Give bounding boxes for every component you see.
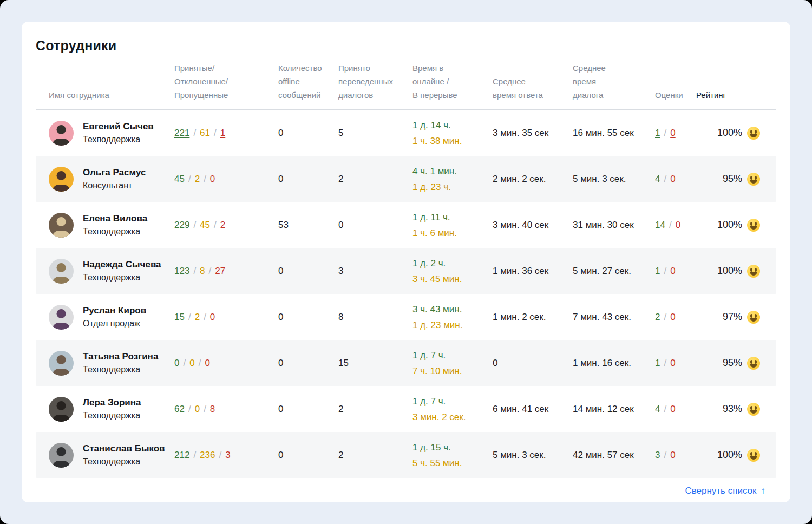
rating-percent: 100% [717, 127, 742, 139]
avatar-head-shape [57, 355, 66, 364]
avg-response-value: 6 мин. 41 сек [493, 404, 573, 415]
avg-response-value: 0 [493, 358, 573, 369]
avg-response-value: 1 мин. 36 сек [493, 266, 573, 277]
slash-separator: / [183, 358, 186, 369]
offline-messages-value: 0 [275, 358, 338, 369]
avatar-head-shape [57, 401, 66, 410]
accepted-count-link[interactable]: 123 [174, 266, 189, 277]
positive-ratings-link[interactable]: 2 [655, 312, 660, 323]
slash-separator: / [204, 404, 206, 415]
smiley-mouth [750, 134, 757, 137]
avg-dialog-value: 31 мин. 30 сек [573, 220, 647, 231]
time-break-value: 1 д. 23 мин. [412, 317, 493, 333]
table-body: Евгений Сычев Техподдержка 221 / 61 / 1 … [36, 110, 776, 478]
negative-ratings-link[interactable]: 0 [670, 128, 675, 139]
offline-messages-value: 0 [275, 174, 338, 185]
positive-ratings-link[interactable]: 14 [655, 220, 665, 231]
smiley-mouth [750, 318, 757, 322]
negative-ratings-link[interactable]: 0 [670, 174, 675, 185]
accepted-count-link[interactable]: 62 [174, 404, 185, 415]
smiley-mouth [750, 180, 757, 184]
positive-ratings-link[interactable]: 1 [655, 128, 660, 139]
avatar-body-shape [53, 185, 70, 192]
slash-separator: / [193, 220, 196, 231]
employee-role: Консультант [83, 179, 146, 192]
slash-separator: / [188, 312, 191, 323]
negative-ratings-link[interactable]: 0 [670, 404, 675, 415]
transferred-dialogs-value: 0 [338, 220, 412, 231]
offline-messages-value: 53 [275, 220, 338, 231]
slash-separator: / [664, 174, 666, 185]
counts-cell: 221 / 61 / 1 [174, 128, 275, 139]
employees-card: Сотрудники Имя сотрудника Принятые/ Откл… [22, 22, 790, 502]
positive-ratings-link[interactable]: 4 [655, 404, 660, 415]
accepted-count-link[interactable]: 221 [174, 128, 189, 139]
positive-ratings-link[interactable]: 1 [655, 266, 660, 277]
positive-ratings-link[interactable]: 4 [655, 174, 660, 185]
ratings-cell: 4 / 0 [647, 174, 696, 185]
avatar-body-shape [53, 461, 70, 468]
missed-count-link[interactable]: 1 [220, 128, 225, 139]
header-rating: Рейтинг [696, 88, 776, 102]
missed-count-link[interactable]: 0 [210, 174, 215, 185]
missed-count-link[interactable]: 8 [210, 404, 215, 415]
employee-cell: Ольга Расмус Консультант [36, 166, 174, 192]
avatar [49, 397, 74, 422]
employee-name: Станислав Быков [83, 442, 165, 455]
counts-cell: 45 / 2 / 0 [174, 174, 275, 185]
smiley-left-eye [750, 222, 752, 226]
transferred-dialogs-value: 3 [338, 266, 412, 277]
slash-separator: / [664, 358, 666, 369]
negative-ratings-link[interactable]: 0 [670, 450, 675, 461]
negative-ratings-link[interactable]: 0 [670, 358, 675, 369]
table-row: Елена Вилова Техподдержка 229 / 45 / 2 5… [36, 202, 776, 248]
avatar [49, 305, 74, 330]
avg-dialog-value: 7 мин. 43 сек. [573, 312, 647, 323]
missed-count-link[interactable]: 0 [205, 358, 209, 369]
accepted-count-link[interactable]: 229 [174, 220, 189, 231]
avg-response-value: 5 мин. 3 сек. [493, 450, 573, 461]
offline-messages-value: 0 [275, 128, 338, 139]
time-cell: 1 д. 14 ч. 1 ч. 38 мин. [412, 117, 493, 149]
smiley-left-eye [750, 268, 752, 272]
employee-name-block: Станислав Быков Техподдержка [83, 442, 165, 468]
missed-count-link[interactable]: 27 [215, 266, 225, 277]
time-online-value: 1 д. 11 ч. [412, 209, 493, 225]
slash-separator: / [664, 404, 666, 415]
page-title: Сотрудники [36, 38, 776, 54]
rejected-count: 45 [200, 220, 210, 231]
employee-name-block: Надежда Сычева Техподдержка [83, 258, 161, 284]
accepted-count-link[interactable]: 15 [174, 312, 185, 323]
accepted-count-link[interactable]: 0 [174, 358, 179, 369]
time-online-value: 3 ч. 43 мин. [412, 302, 493, 317]
smiley-left-eye [750, 406, 752, 410]
time-online-value: 1 д. 7 ч. [412, 348, 493, 363]
negative-ratings-link[interactable]: 0 [670, 266, 675, 277]
smiley-right-eye [755, 222, 757, 226]
missed-count-link[interactable]: 2 [220, 220, 225, 231]
table-footer: Свернуть список ↑ [36, 478, 776, 496]
rating-percent: 95% [723, 173, 742, 185]
negative-ratings-link[interactable]: 0 [670, 312, 675, 323]
slash-separator: / [209, 266, 212, 277]
table-row: Лера Зорина Техподдержка 62 / 0 / 8 0 2 … [36, 386, 776, 432]
slash-separator: / [669, 220, 672, 231]
missed-count-link[interactable]: 0 [210, 312, 215, 323]
accepted-count-link[interactable]: 45 [174, 174, 185, 185]
table-row: Евгений Сычев Техподдержка 221 / 61 / 1 … [36, 110, 776, 156]
collapse-list-link[interactable]: Свернуть список ↑ [685, 486, 765, 496]
employee-name: Надежда Сычева [83, 258, 161, 271]
smiley-emoji-icon [747, 265, 760, 278]
slash-separator: / [193, 450, 196, 461]
accepted-count-link[interactable]: 212 [174, 450, 189, 461]
slash-separator: / [664, 312, 666, 323]
avatar-body-shape [53, 231, 70, 238]
negative-ratings-link[interactable]: 0 [676, 220, 680, 231]
time-online-value: 1 д. 7 ч. [412, 394, 493, 409]
missed-count-link[interactable]: 3 [225, 450, 230, 461]
rejected-count: 2 [195, 174, 200, 185]
smiley-emoji-icon [747, 449, 760, 462]
positive-ratings-link[interactable]: 3 [655, 450, 660, 461]
counts-cell: 0 / 0 / 0 [174, 358, 275, 369]
positive-ratings-link[interactable]: 1 [655, 358, 660, 369]
